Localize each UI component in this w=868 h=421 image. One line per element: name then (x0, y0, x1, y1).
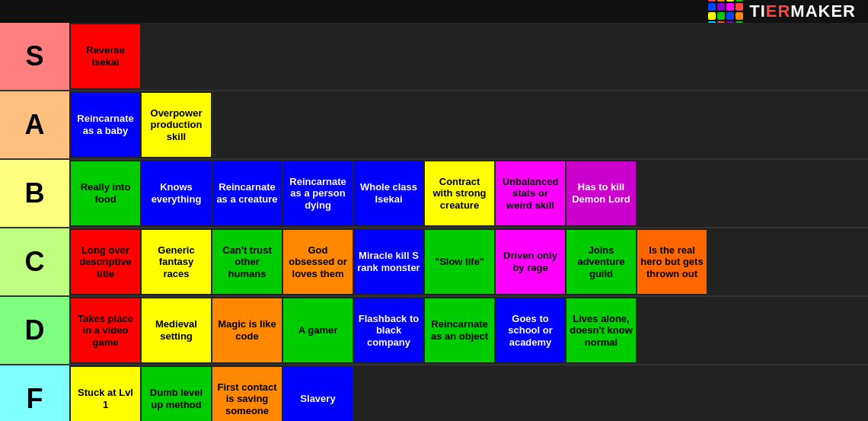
tier-label-b: B (0, 160, 69, 227)
tier-items-b: Really into foodKnows everythingReincarn… (69, 160, 868, 227)
tier-item[interactable]: First contact is saving someone (212, 367, 282, 421)
tier-label-c: C (0, 228, 69, 295)
tier-item[interactable]: Contract with strong creature (425, 161, 494, 225)
logo-cell (726, 0, 734, 2)
tier-item[interactable]: Lives alone, doesn't know normal (566, 298, 636, 362)
logo-cell (708, 0, 716, 2)
tier-item[interactable]: Reincarnate as a baby (71, 93, 140, 157)
tier-item[interactable]: A gamer (283, 298, 353, 362)
tier-rows: SReverse IsekaiAReincarnate as a babyOve… (0, 23, 868, 421)
tier-items-a: Reincarnate as a babyOverpower productio… (69, 91, 868, 158)
tier-row-s: SReverse Isekai (0, 23, 868, 91)
tier-item[interactable]: Takes place in a video game (71, 298, 140, 362)
tier-item[interactable]: Stuck at Lvl 1 (71, 367, 140, 421)
logo-cell (717, 12, 725, 20)
logo-cell (726, 3, 734, 11)
tier-label-a: A (0, 91, 69, 158)
tier-item[interactable]: Reverse Isekai (71, 24, 140, 88)
logo-cell (708, 3, 716, 11)
tier-item[interactable]: Can't trust other humans (212, 230, 282, 294)
logo-cell (736, 0, 743, 2)
tier-item[interactable]: Dumb level up method (142, 367, 211, 421)
tier-item[interactable]: Really into food (71, 161, 140, 225)
tier-item[interactable]: Magic is like code (212, 298, 282, 362)
logo-cell (726, 12, 734, 20)
tier-item[interactable]: Joins adventure guild (566, 230, 636, 294)
logo-cell (736, 3, 743, 11)
tier-item[interactable]: Goes to school or academy (496, 298, 565, 362)
tier-item[interactable]: Is the real hero but gets thrown out (637, 230, 707, 294)
tier-item[interactable]: Generic fantasy races (142, 230, 211, 294)
tier-item[interactable]: Knows everything (142, 161, 211, 225)
tier-item[interactable]: Whole class Isekai (354, 161, 423, 225)
logo-cell (708, 12, 716, 20)
tier-label-d: D (0, 297, 69, 364)
tier-item[interactable]: God obsessed or loves them (283, 230, 353, 294)
tier-item[interactable]: Slavery (283, 367, 353, 421)
tier-item[interactable]: Reincarnate as an object (425, 298, 494, 362)
tier-item[interactable]: Miracle kill S rank monster (354, 230, 423, 294)
tier-items-d: Takes place in a video gameMedieval sett… (69, 297, 868, 364)
tier-item[interactable]: Reincarnate as a person dying (283, 161, 353, 225)
tier-item[interactable]: Driven only by rage (496, 230, 565, 294)
logo-cell (717, 0, 725, 2)
tierlist-container: TiERMAKER SReverse IsekaiAReincarnate as… (0, 0, 868, 421)
logo-cell (717, 3, 725, 11)
logo-cell (736, 12, 743, 20)
tier-row-f: FStuck at Lvl 1Dumb level up methodFirst… (0, 365, 868, 421)
tier-item[interactable]: Reincarnate as a creature (212, 161, 282, 225)
tier-item[interactable]: Medieval setting (142, 298, 211, 362)
tier-row-c: CLong over descriptive titleGeneric fant… (0, 228, 868, 297)
header: TiERMAKER (0, 0, 868, 23)
tier-row-a: AReincarnate as a babyOverpower producti… (0, 91, 868, 160)
tier-item[interactable]: "Slow life" (425, 230, 494, 294)
tier-item[interactable]: Flashback to black company (354, 298, 423, 362)
tier-row-b: BReally into foodKnows everythingReincar… (0, 160, 868, 228)
tier-label-f: F (0, 365, 69, 421)
tier-item[interactable]: Long over descriptive title (71, 230, 140, 294)
tier-item[interactable]: Unbalanced stats or weird skill (496, 161, 565, 225)
tier-items-c: Long over descriptive titleGeneric fanta… (69, 228, 868, 295)
tier-item[interactable]: Has to kill Demon Lord (566, 161, 636, 225)
tier-label-s: S (0, 23, 69, 90)
tier-items-f: Stuck at Lvl 1Dumb level up methodFirst … (69, 365, 868, 421)
tier-items-s: Reverse Isekai (69, 23, 868, 90)
logo-text: TiERMAKER (749, 2, 856, 21)
tier-item[interactable]: Overpower production skill (142, 93, 211, 157)
tier-row-d: DTakes place in a video gameMedieval set… (0, 297, 868, 365)
